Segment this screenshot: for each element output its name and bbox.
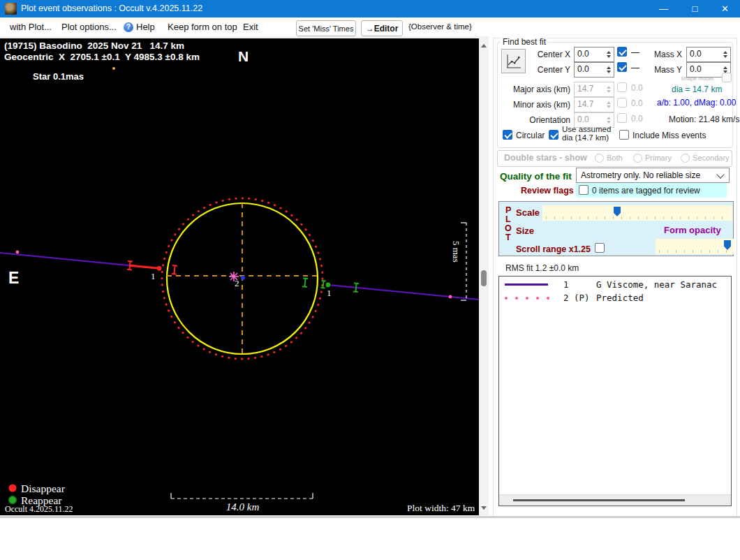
center-dot — [241, 276, 245, 280]
observation-number: 2 (P) — [563, 293, 596, 303]
list-horizontal-scrollbar[interactable] — [499, 494, 731, 506]
plot-area[interactable]: (19715) Basodino 2025 Nov 21 14.7 km Geo… — [0, 38, 479, 515]
plot-vertical-scrollbar[interactable] — [479, 38, 489, 515]
minor-axis-checkbox — [617, 98, 627, 108]
spinner-arrows-icon[interactable] — [604, 47, 614, 61]
close-icon[interactable]: ✕ — [709, 0, 740, 17]
menu-with-plot[interactable]: with Plot... — [10, 17, 52, 36]
north-label: N — [238, 48, 249, 65]
chord-line-right — [331, 285, 479, 300]
east-label: E — [8, 269, 19, 288]
mas-scale-label: 5 mas — [450, 241, 461, 263]
spinner-arrows-icon[interactable] — [720, 47, 730, 61]
double-primary-label: Primary — [645, 154, 672, 162]
scroll-range-checkbox[interactable] — [595, 243, 605, 253]
plot-width-label: Plot width: 47 km — [407, 503, 475, 514]
plot-letter-t: T — [505, 233, 511, 242]
disappear-legend-dot — [9, 485, 17, 492]
star-size-dot — [112, 67, 115, 70]
center-y-dash: — — [631, 63, 639, 73]
menu-keep-on-top[interactable]: Keep form on top — [168, 17, 237, 36]
chevron-down-icon — [716, 170, 724, 178]
form-opacity-slider-thumb[interactable] — [724, 240, 731, 250]
circular-label: Circular — [516, 131, 545, 140]
plot-canvas — [0, 38, 479, 515]
predicted-series-marker — [499, 297, 563, 300]
minor-axis-spinner: 14.7 — [574, 97, 614, 112]
spinner-arrows-icon — [604, 82, 614, 96]
mass-x-label: Mass X — [654, 50, 682, 59]
spinner-arrows-icon[interactable] — [604, 63, 614, 77]
center-x-spinner[interactable]: 0.0 — [574, 47, 614, 62]
menu-plot-options[interactable]: Plot options... — [61, 17, 117, 36]
use-assumed-label-line2: dia (14.7 km) — [562, 134, 609, 142]
menu-exit[interactable]: Exit — [243, 17, 258, 36]
form-opacity-slider[interactable] — [656, 239, 734, 254]
minimize-icon[interactable]: — — [648, 0, 679, 17]
scale-slider-thumb[interactable] — [614, 207, 621, 216]
quality-dropdown[interactable]: Astrometry only. No reliable size — [576, 168, 730, 183]
predicted-center-number: 2 — [235, 278, 239, 289]
scrollbar-thumb[interactable] — [481, 270, 487, 286]
menu-help[interactable]: Help — [136, 17, 155, 36]
ab-dmag-label: a/b: 1.00, dMag: 0.00 — [657, 98, 736, 108]
shape-model-checkbox — [722, 73, 732, 82]
chord-left-number: 1 — [151, 271, 156, 282]
major-axis-extra: 0.0 — [631, 83, 643, 93]
window-bottom-edge — [0, 516, 740, 518]
help-icon: ? — [124, 22, 133, 32]
title-bar: Plot event observations : Occult v.4.202… — [0, 0, 740, 17]
shape-model-label: Shape model — [681, 75, 713, 82]
set-miss-times-button[interactable]: Set 'Miss' Times — [296, 20, 356, 36]
plot-letter-p: P — [505, 205, 511, 215]
disappear-point — [157, 266, 162, 271]
scale-slider[interactable] — [542, 205, 732, 221]
scrollbar-thumb[interactable] — [513, 499, 685, 501]
review-flags-label: Review flags — [521, 186, 574, 196]
observation-name: G Viscome, near Saranac — [596, 279, 717, 290]
scroll-up-icon[interactable] — [481, 41, 487, 47]
menu-bar: with Plot... Plot options... ? Help Keep… — [0, 17, 740, 38]
list-item[interactable]: 1 G Viscome, near Saranac — [499, 279, 731, 290]
size-label: Size — [516, 226, 534, 236]
scale-bar-label: 14.0 km — [202, 501, 283, 513]
include-miss-checkbox[interactable] — [619, 130, 629, 140]
center-x-checkbox[interactable] — [617, 47, 627, 57]
center-x-label: Center X — [520, 50, 570, 59]
menu-observer-time[interactable]: {Observer & time} — [408, 17, 472, 36]
rms-fit-label: RMS fit 1.2 ±0.0 km — [505, 263, 579, 273]
double-stars-group: Double stars - show Both Primary Seconda… — [497, 150, 732, 167]
form-opacity-label: Form opacity — [664, 225, 721, 235]
minor-axis-label: Minor axis (km) — [508, 100, 570, 110]
center-y-checkbox[interactable] — [617, 62, 627, 72]
editor-button[interactable]: →Editor — [361, 20, 403, 36]
double-both-radio — [595, 154, 604, 163]
use-assumed-checkbox[interactable] — [549, 130, 558, 140]
maximize-icon[interactable]: □ — [679, 0, 711, 17]
double-both-label: Both — [607, 154, 623, 162]
app-icon — [5, 3, 17, 15]
plot-controls-group: P L O T Scale Size normal x 2 x 5 Form o… — [498, 201, 734, 256]
observations-list[interactable]: 1 G Viscome, near Saranac 2 (P) Predicte… — [498, 276, 732, 506]
observation-name: Predicted — [596, 293, 644, 303]
reappear-legend-dot — [9, 496, 17, 504]
predicted-dot-left — [16, 251, 20, 254]
occult-plot-window: Plot event observations : Occult v.4.202… — [0, 0, 740, 560]
motion-label: Motion: 21.48 km/s — [669, 115, 739, 124]
circular-checkbox[interactable] — [503, 130, 512, 140]
review-flags-checkbox[interactable] — [579, 185, 589, 195]
include-miss-label: Include Miss events — [632, 131, 706, 140]
scroll-down-icon[interactable] — [481, 506, 487, 513]
mass-y-label: Mass Y — [654, 65, 682, 75]
orientation-checkbox — [617, 113, 627, 123]
center-y-spinner[interactable]: 0.0 — [574, 62, 614, 78]
observation-number: 1 — [563, 279, 596, 290]
mass-x-spinner[interactable]: 0.0 — [686, 47, 731, 62]
observed-series-marker — [499, 283, 563, 286]
chord-right-number: 1 — [327, 288, 332, 299]
list-item[interactable]: 2 (P) Predicted — [499, 293, 731, 303]
center-y-label: Center Y — [520, 65, 570, 75]
star-size-label: Star 0.1mas — [33, 71, 84, 82]
review-flags-box: 0 items are tagged for review — [576, 183, 727, 198]
mas-scale-line — [461, 223, 466, 300]
